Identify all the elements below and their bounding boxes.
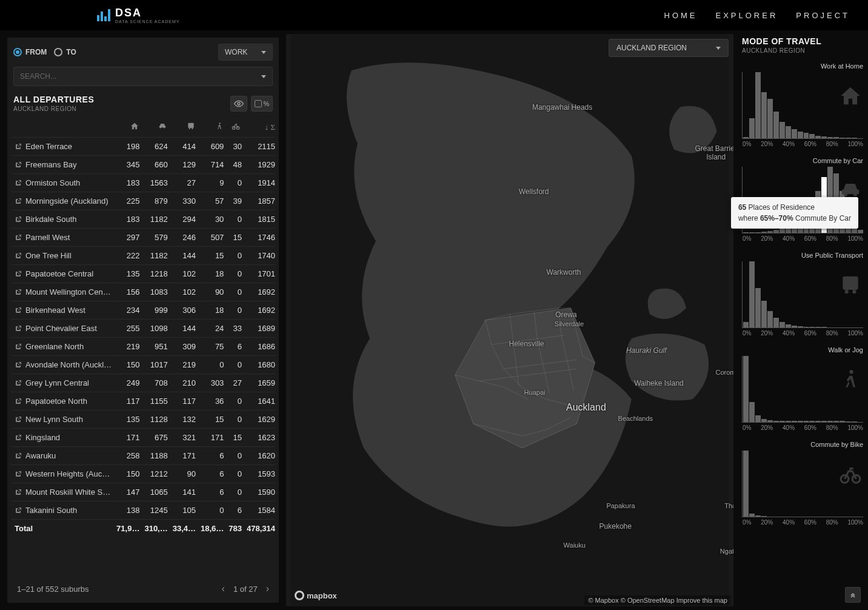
histogram-bar[interactable] (743, 322, 749, 327)
histogram-bar[interactable] (755, 72, 761, 138)
col-bus[interactable] (170, 117, 198, 138)
col-bike[interactable] (226, 117, 244, 138)
mapbox-logo[interactable]: mapbox (295, 591, 337, 600)
table-row[interactable]: Point Chevalier East255109814424331689 (11, 320, 275, 338)
histogram-bar[interactable] (798, 421, 803, 422)
histogram-bar[interactable] (755, 288, 761, 327)
histogram-bar[interactable] (815, 327, 821, 327)
nav-explorer[interactable]: EXPLORER (716, 11, 778, 20)
histogram-bar[interactable] (804, 133, 809, 138)
nav-project[interactable]: PROJECT (796, 11, 850, 20)
table-row[interactable]: Morningside (Auckland)22587933057391857 (11, 192, 275, 210)
histogram-bar[interactable] (749, 118, 755, 138)
histogram-bar[interactable] (761, 92, 767, 138)
table-row[interactable]: Papatoetoe North11711551173601641 (11, 392, 275, 411)
table-row[interactable]: Grey Lynn Central249708210303271659 (11, 374, 275, 392)
histogram-body[interactable] (742, 72, 863, 139)
histogram-bar[interactable] (840, 421, 845, 422)
table-row[interactable]: Birkdale South18311822943001815 (11, 210, 275, 229)
nav-home[interactable]: HOME (664, 11, 698, 20)
histogram-bar[interactable] (798, 132, 803, 138)
scroll-top-button[interactable] (845, 587, 861, 603)
table-row[interactable]: Greenlane North2199513097561686 (11, 338, 275, 356)
histogram-bar[interactable] (786, 324, 791, 327)
table-row[interactable]: Papatoetoe Central13512181021801701 (11, 265, 275, 283)
map-view[interactable]: Mangawhai HeadsGreat Barrier IslandWells… (286, 34, 733, 606)
histogram-bar[interactable] (743, 356, 749, 422)
histogram-bar[interactable] (792, 129, 797, 138)
table-row[interactable]: Parnell West297579246507151746 (11, 229, 275, 247)
logo[interactable]: DSA DATA SCIENCE ACADEMY (97, 7, 179, 24)
histogram-bar[interactable] (767, 231, 773, 233)
table-row[interactable]: Mount Roskill White S…1471065141601590 (11, 483, 275, 501)
histogram-bar[interactable] (809, 134, 815, 138)
histogram-bar[interactable] (761, 516, 767, 517)
visibility-toggle[interactable] (230, 96, 247, 112)
histogram-bar[interactable] (846, 138, 851, 138)
attrib-mapbox[interactable]: © Mapbox (588, 597, 618, 604)
histogram-bar[interactable] (821, 136, 827, 138)
histogram-bar[interactable] (761, 301, 767, 327)
table-row[interactable]: Eden Terrace198624414609302115 (11, 138, 275, 156)
histogram-bar[interactable] (767, 420, 773, 422)
histogram-bar[interactable] (858, 230, 863, 233)
histogram-bar[interactable] (815, 136, 821, 138)
histogram-bar[interactable] (780, 322, 785, 327)
histogram-bar[interactable] (804, 327, 809, 327)
percent-toggle[interactable]: % (251, 96, 273, 112)
histogram-bar[interactable] (761, 232, 767, 233)
histogram-body[interactable] (742, 261, 863, 328)
histogram-bar[interactable] (749, 261, 755, 327)
histogram-bar[interactable] (815, 421, 821, 422)
histogram-bar[interactable] (798, 326, 803, 327)
table-row[interactable]: Awaruku2581188171601620 (11, 447, 275, 465)
histogram-bar[interactable] (767, 99, 773, 138)
attrib-improve[interactable]: Improve this map (676, 597, 727, 604)
histogram-bar[interactable] (773, 112, 779, 138)
region-dropdown[interactable]: AUCKLAND REGION (609, 39, 729, 57)
histogram-bar[interactable] (773, 318, 779, 327)
histogram-bar[interactable] (804, 421, 809, 422)
col-home[interactable] (114, 117, 142, 138)
histogram-bar[interactable] (749, 232, 755, 233)
histogram-bar[interactable] (827, 421, 833, 422)
histogram-bar[interactable] (780, 229, 785, 233)
histogram-body[interactable]: 65 Places of Residencewhere 65%–70% Comm… (742, 167, 863, 233)
histogram-bar[interactable] (827, 137, 833, 138)
histogram-bar[interactable] (755, 415, 761, 422)
histogram-bar[interactable] (749, 402, 755, 422)
histogram-bar[interactable] (821, 327, 827, 327)
histogram-bar[interactable] (755, 232, 761, 233)
histogram-bar[interactable] (743, 137, 749, 138)
histogram-bar[interactable] (840, 138, 845, 138)
table-row[interactable]: Western Heights (Auc…150121290601593 (11, 465, 275, 483)
histogram-bar[interactable] (773, 421, 779, 422)
table-row[interactable]: Mount Wellington Cen…15610831029001692 (11, 283, 275, 301)
histogram-bar[interactable] (773, 230, 779, 233)
table-row[interactable]: Freemans Bay345660129714481929 (11, 156, 275, 174)
histogram-body[interactable] (742, 356, 863, 423)
histogram-bar[interactable] (780, 421, 785, 422)
histogram-bar[interactable] (809, 421, 815, 422)
histogram-bar[interactable] (833, 137, 839, 138)
histogram-bar[interactable] (767, 311, 773, 327)
col-total[interactable]: ↓ Σ (244, 117, 275, 138)
histogram-bar[interactable] (749, 514, 755, 517)
histogram-body[interactable] (742, 451, 863, 517)
histogram-bar[interactable] (821, 421, 827, 422)
histogram-bar[interactable] (846, 421, 851, 422)
histogram-bar[interactable] (755, 515, 761, 517)
histogram-bar[interactable] (786, 421, 791, 422)
histogram-bar[interactable] (761, 419, 767, 422)
histogram-bar[interactable] (852, 421, 857, 422)
attrib-osm[interactable]: © OpenStreetMap (621, 597, 675, 604)
destination-dropdown[interactable]: WORK (218, 44, 273, 61)
histogram-bar[interactable] (792, 421, 797, 422)
col-car[interactable] (142, 117, 170, 138)
histogram-bar[interactable] (786, 126, 791, 138)
pager-next[interactable]: › (266, 583, 269, 594)
histogram-bar[interactable] (809, 327, 815, 327)
table-row[interactable]: Avondale North (Auckl…1501017219001680 (11, 356, 275, 374)
col-walk[interactable] (198, 117, 226, 138)
pager-prev[interactable]: ‹ (222, 583, 225, 594)
